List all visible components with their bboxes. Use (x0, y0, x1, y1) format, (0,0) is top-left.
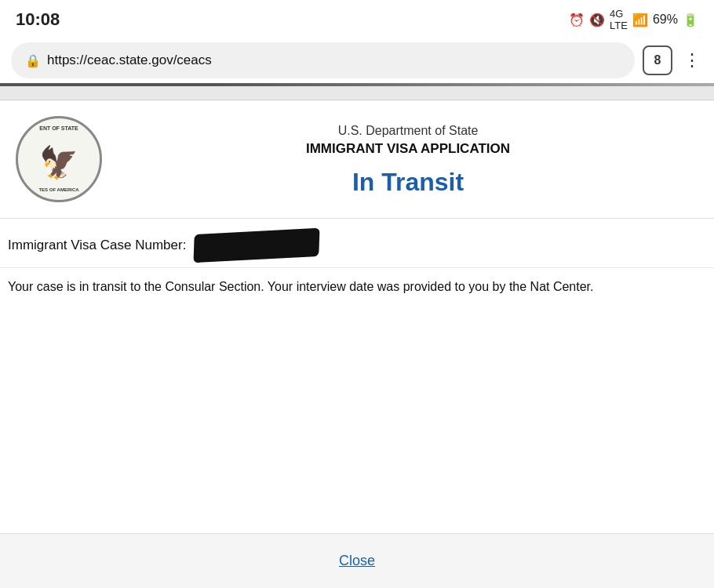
status-bar: 10:08 ⏰ 🔇 4GLTE 📶 69% 🔋 (0, 0, 714, 38)
mute-icon: 🔇 (589, 13, 605, 27)
description-text: Your case is in transit to the Consular … (8, 280, 594, 293)
description-section: Your case is in transit to the Consular … (0, 267, 714, 309)
case-number-label: Immigrant Visa Case Number: (8, 238, 186, 253)
dept-name: U.S. Department of State (118, 124, 698, 138)
redacted-case-number (194, 228, 320, 263)
header-section: ENT OF STATE 🦅 TES OF AMERICA U.S. Depar… (0, 116, 714, 202)
signal-icon: 📶 (632, 13, 648, 27)
top-divider (0, 86, 714, 100)
us-seal: ENT OF STATE 🦅 TES OF AMERICA (16, 116, 102, 202)
url-bar[interactable]: 🔒 https://ceac.state.gov/ceacs (11, 42, 635, 78)
tab-count[interactable]: 8 (643, 45, 672, 75)
seal-eagle-icon: 🦅 (39, 144, 78, 181)
battery-text: 69% (653, 13, 678, 27)
browser-bar: 🔒 https://ceac.state.gov/ceacs 8 ⋮ (0, 38, 714, 83)
battery-icon: 🔋 (683, 13, 698, 27)
seal-container: ENT OF STATE 🦅 TES OF AMERICA (16, 116, 102, 202)
seal-bottom-text: TES OF AMERICA (18, 187, 100, 192)
title-section: U.S. Department of State IMMIGRANT VISA … (118, 116, 698, 197)
bottom-bar: Close (0, 533, 714, 588)
page-content: ENT OF STATE 🦅 TES OF AMERICA U.S. Depar… (0, 86, 714, 588)
status-title: In Transit (118, 168, 698, 197)
menu-dots-button[interactable]: ⋮ (680, 50, 703, 71)
visa-application-title: IMMIGRANT VISA APPLICATION (118, 141, 698, 157)
url-text: https://ceac.state.gov/ceacs (47, 53, 212, 68)
case-number-row: Immigrant Visa Case Number: (0, 218, 714, 267)
close-button[interactable]: Close (339, 553, 375, 569)
lock-icon: 🔒 (25, 53, 41, 68)
status-time: 10:08 (16, 9, 60, 30)
data-icon: 4GLTE (610, 8, 628, 31)
alarm-icon: ⏰ (569, 13, 585, 27)
seal-top-text: ENT OF STATE (18, 125, 100, 132)
status-icons: ⏰ 🔇 4GLTE 📶 69% 🔋 (569, 8, 698, 31)
main-content: ENT OF STATE 🦅 TES OF AMERICA U.S. Depar… (0, 100, 714, 588)
